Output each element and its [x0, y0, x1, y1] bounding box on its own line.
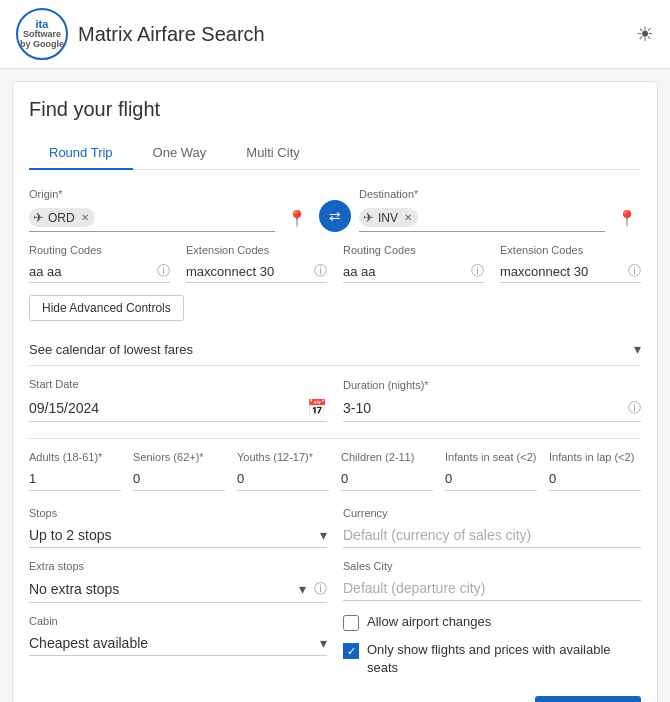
infants-lap-inner	[549, 467, 641, 491]
main-card: Find your flight Round Trip One Way Mult…	[12, 81, 658, 702]
theme-icon[interactable]: ☀	[636, 22, 654, 46]
extra-stops-value: No extra stops	[29, 581, 119, 597]
cabin-chevron-icon: ▾	[320, 635, 327, 651]
children-field: Children (2-11)	[341, 451, 433, 491]
origin-airport-code: ORD	[48, 211, 75, 225]
dest-routing-input[interactable]	[343, 264, 467, 279]
origin-dest-row: Origin* ✈ ORD ✕ 📍 ⇄ Destination* ✈ INV ✕	[29, 186, 641, 232]
tab-round-trip[interactable]: Round Trip	[29, 137, 133, 170]
origin-airport-tag[interactable]: ✈ ORD ✕	[29, 208, 95, 227]
dest-extension-input[interactable]	[500, 264, 624, 279]
origin-extension-input[interactable]	[186, 264, 310, 279]
duration-label: Duration (nights)*	[343, 379, 641, 391]
calendar-icon[interactable]: 📅	[307, 398, 327, 417]
origin-extension-inner: ⓘ	[186, 260, 327, 283]
destination-input-wrap[interactable]: ✈ INV ✕	[359, 204, 605, 232]
duration-inner: 3-10 ⓘ	[343, 395, 641, 422]
destination-pin-icon[interactable]: 📍	[613, 205, 641, 232]
children-label: Children (2-11)	[341, 451, 433, 463]
swap-button[interactable]: ⇄	[319, 200, 351, 232]
adults-label: Adults (18-61)*	[29, 451, 121, 463]
start-date-field: Start Date 📅	[29, 378, 327, 422]
trip-tabs: Round Trip One Way Multi City	[29, 137, 641, 170]
dest-extension-codes-field: Extension Codes ⓘ	[500, 244, 641, 283]
infants-seat-field: Infants in seat (<2)	[445, 451, 537, 491]
divider-1	[29, 438, 641, 439]
stops-field: Stops Up to 2 stops ▾	[29, 507, 327, 548]
calendar-row[interactable]: See calendar of lowest fares ▾	[29, 333, 641, 366]
stops-label: Stops	[29, 507, 327, 519]
children-inner	[341, 467, 433, 491]
sales-city-value: Default (departure city)	[343, 576, 641, 601]
destination-airport-tag[interactable]: ✈ INV ✕	[359, 208, 418, 227]
extra-stops-label: Extra stops	[29, 560, 327, 572]
origin-pin-icon[interactable]: 📍	[283, 205, 311, 232]
available-seats-checkbox[interactable]: ✓	[343, 643, 359, 659]
dest-extension-help-icon[interactable]: ⓘ	[628, 262, 641, 280]
destination-close-icon[interactable]: ✕	[404, 212, 412, 223]
infants-lap-input[interactable]	[549, 471, 641, 486]
start-date-inner: 📅	[29, 394, 327, 422]
seniors-input[interactable]	[133, 471, 225, 486]
cabin-dropdown[interactable]: Cheapest available ▾	[29, 631, 327, 656]
logo-area: ita Softwareby Google Matrix Airfare Sea…	[16, 8, 265, 60]
origin-extension-codes-field: Extension Codes ⓘ	[186, 244, 327, 283]
origin-label: Origin*	[29, 188, 275, 200]
airport-changes-row: Allow airport changes	[343, 613, 641, 631]
logo-circle: ita Softwareby Google	[16, 8, 68, 60]
currency-value: Default (currency of sales city)	[343, 523, 641, 548]
infants-seat-input[interactable]	[445, 471, 537, 486]
start-date-label: Start Date	[29, 378, 327, 390]
destination-airport-code: INV	[378, 211, 398, 225]
sales-city-field: Sales City Default (departure city)	[343, 560, 641, 601]
youths-input[interactable]	[237, 471, 329, 486]
infants-seat-inner	[445, 467, 537, 491]
tab-multi-city[interactable]: Multi City	[226, 137, 319, 170]
left-col: Stops Up to 2 stops ▾ Extra stops No ext…	[29, 507, 327, 702]
start-date-input[interactable]	[29, 400, 307, 416]
adults-input[interactable]	[29, 471, 121, 486]
origin-routing-inner: ⓘ	[29, 260, 170, 283]
infants-lap-label: Infants in lap (<2)	[549, 451, 641, 463]
dest-extension-inner: ⓘ	[500, 260, 641, 283]
extra-stops-icons: ▾ ⓘ	[299, 580, 327, 598]
extra-stops-help-icon[interactable]: ⓘ	[314, 580, 327, 598]
dest-routing-help-icon[interactable]: ⓘ	[471, 262, 484, 280]
origin-extension-help-icon[interactable]: ⓘ	[314, 262, 327, 280]
seniors-inner	[133, 467, 225, 491]
cabin-label: Cabin	[29, 615, 327, 627]
cabin-value: Cheapest available	[29, 635, 148, 651]
stops-dropdown[interactable]: Up to 2 stops ▾	[29, 523, 327, 548]
origin-routing-help-icon[interactable]: ⓘ	[157, 262, 170, 280]
destination-field: Destination* ✈ INV ✕	[359, 188, 605, 232]
search-button[interactable]: 🔍 Search	[535, 696, 641, 702]
infants-lap-field: Infants in lap (<2)	[549, 451, 641, 491]
dest-plane-icon: ✈	[363, 210, 374, 225]
dest-extension-label: Extension Codes	[500, 244, 641, 256]
tab-one-way[interactable]: One Way	[133, 137, 227, 170]
right-col: Currency Default (currency of sales city…	[343, 507, 641, 702]
children-input[interactable]	[341, 471, 433, 486]
airport-changes-checkbox[interactable]	[343, 615, 359, 631]
sales-city-label: Sales City	[343, 560, 641, 572]
duration-help-icon[interactable]: ⓘ	[628, 399, 641, 417]
origin-extension-label: Extension Codes	[186, 244, 327, 256]
extra-stops-dropdown[interactable]: No extra stops ▾ ⓘ	[29, 576, 327, 603]
airport-changes-label: Allow airport changes	[367, 613, 491, 631]
duration-value: 3-10	[343, 400, 371, 416]
app-title: Matrix Airfare Search	[78, 23, 265, 46]
page-title: Find your flight	[29, 98, 641, 121]
seniors-label: Seniors (62+)*	[133, 451, 225, 463]
adults-inner	[29, 467, 121, 491]
cabin-field: Cabin Cheapest available ▾	[29, 615, 327, 656]
origin-close-icon[interactable]: ✕	[81, 212, 89, 223]
currency-field: Currency Default (currency of sales city…	[343, 507, 641, 548]
hide-controls-button[interactable]: Hide Advanced Controls	[29, 295, 184, 321]
currency-label: Currency	[343, 507, 641, 519]
dest-routing-inner: ⓘ	[343, 260, 484, 283]
origin-routing-input[interactable]	[29, 264, 153, 279]
origin-routing-label: Routing Codes	[29, 244, 170, 256]
origin-input-wrap[interactable]: ✈ ORD ✕	[29, 204, 275, 232]
passengers-row: Adults (18-61)* Seniors (62+)* Youths (1…	[29, 451, 641, 491]
origin-field: Origin* ✈ ORD ✕	[29, 188, 275, 232]
